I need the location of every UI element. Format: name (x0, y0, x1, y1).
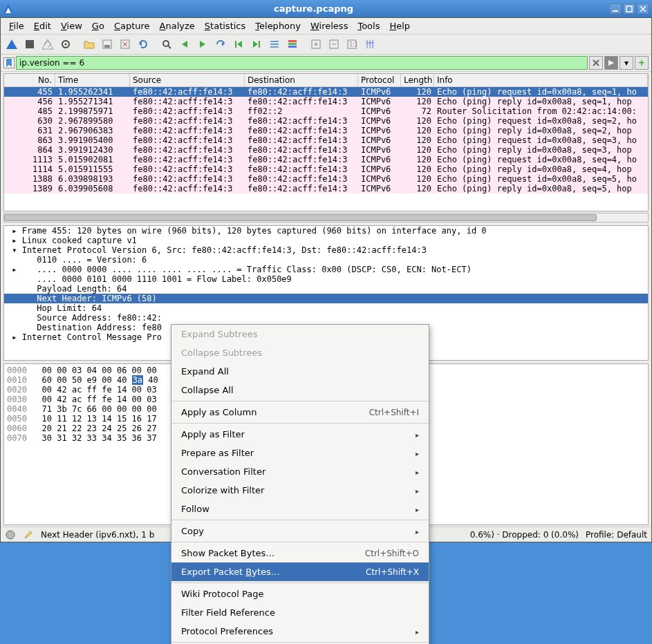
packet-row[interactable]: 13886.039898193fe80::42:acff:fe14:3fe80:… (4, 174, 648, 184)
menu-help[interactable]: Help (385, 19, 414, 32)
menu-capture[interactable]: Capture (110, 19, 154, 32)
go-forward-button[interactable] (194, 36, 211, 53)
go-back-button[interactable] (176, 36, 193, 53)
packet-row[interactable]: 8643.991912430fe80::42:acff:fe14:3fe80::… (4, 145, 648, 155)
menu-edit[interactable]: Edit (30, 19, 55, 32)
packet-list-hscrollbar[interactable] (3, 213, 649, 222)
stop-capture-button[interactable] (21, 36, 38, 53)
menu-analyze[interactable]: Analyze (156, 19, 199, 32)
packet-row[interactable]: 6312.967906383fe80::42:acff:fe14:3fe80::… (4, 126, 648, 135)
menu-view[interactable]: View (57, 19, 86, 32)
window-maximize-button[interactable] (623, 3, 635, 15)
menu-file[interactable]: File (5, 19, 28, 32)
packet-row[interactable]: 13896.039905608fe80::42:acff:fe14:3fe80:… (4, 184, 648, 193)
reload-file-button[interactable] (135, 36, 151, 53)
col-source[interactable]: Source (130, 74, 245, 86)
filter-history-button[interactable]: ▾ (620, 56, 633, 70)
go-last-button[interactable] (248, 36, 265, 53)
svg-marker-23 (237, 41, 242, 48)
edit-capture-comment-button[interactable] (23, 529, 34, 540)
packet-row[interactable]: 8633.991905400fe80::42:acff:fe14:3fe80::… (4, 135, 648, 145)
display-filter-input[interactable] (16, 56, 588, 70)
detail-row[interactable]: ▸ .... 0000 0000 .... .... .... .... ...… (4, 265, 648, 274)
open-file-button[interactable] (81, 36, 97, 53)
detail-row[interactable]: Next Header: ICMPv6 (58) (4, 294, 648, 303)
svg-point-46 (6, 531, 15, 539)
detail-row[interactable]: Source Address: fe80::42: (4, 313, 648, 323)
col-length[interactable]: Length (401, 74, 434, 86)
go-first-button[interactable] (230, 36, 247, 53)
detail-row[interactable]: 0110 .... = Version: 6 (4, 255, 648, 265)
packet-list[interactable]: No. Time Source Destination Protocol Len… (3, 73, 649, 211)
auto-scroll-button[interactable] (266, 36, 283, 53)
menu-item-apply-as-filter[interactable]: Apply as Filter (171, 425, 429, 444)
menu-statistics[interactable]: Statistics (201, 19, 250, 32)
status-profile[interactable]: Profile: Default (586, 530, 647, 540)
svg-line-18 (168, 46, 171, 48)
col-time[interactable]: Time (55, 74, 130, 86)
menu-item-filter-field-reference[interactable]: Filter Field Reference (171, 603, 429, 622)
packet-row[interactable]: 4561.955271341fe80::42:acff:fe14:3fe80::… (4, 97, 648, 106)
zoom-out-button[interactable] (326, 36, 342, 53)
menu-item-copy[interactable]: Copy (171, 522, 429, 540)
menu-item-collapse-subtrees: Collapse Subtrees (171, 343, 429, 362)
resize-columns-button[interactable] (362, 36, 378, 53)
go-to-packet-button[interactable] (212, 36, 229, 53)
filter-bookmark-button[interactable] (3, 57, 15, 68)
menu-item-wiki-protocol-page[interactable]: Wiki Protocol Page (171, 585, 429, 603)
packet-row[interactable]: 6302.967899580fe80::42:acff:fe14:3fe80::… (4, 116, 648, 126)
close-file-button[interactable] (117, 36, 133, 53)
col-destination[interactable]: Destination (245, 74, 358, 86)
detail-row[interactable]: ▸ Frame 455: 120 bytes on wire (960 bits… (4, 226, 648, 236)
packet-row[interactable]: 11135.015902081fe80::42:acff:fe14:3fe80:… (4, 155, 648, 164)
menu-item-collapse-all[interactable]: Collapse All (171, 381, 429, 399)
find-packet-button[interactable] (158, 36, 175, 53)
svg-rect-26 (270, 41, 279, 42)
context-menu[interactable]: Expand SubtreesCollapse SubtreesExpand A… (171, 324, 429, 644)
filter-clear-button[interactable] (589, 56, 603, 70)
window-minimize-button[interactable] (609, 3, 622, 15)
col-info[interactable]: Info (434, 74, 648, 86)
menu-item-apply-as-column[interactable]: Apply as ColumnCtrl+Shift+I (171, 403, 429, 422)
detail-row[interactable]: Payload Length: 64 (4, 284, 648, 294)
expert-info-button[interactable] (5, 529, 16, 540)
col-no[interactable]: No. (4, 74, 55, 86)
zoom-reset-button[interactable]: 1:1 (344, 36, 360, 53)
svg-rect-2 (613, 10, 618, 12)
colorize-button[interactable] (284, 36, 301, 53)
menu-tools[interactable]: Tools (353, 19, 384, 32)
menu-item-follow[interactable]: Follow (171, 500, 429, 518)
packet-row[interactable]: 4551.955262341fe80::42:acff:fe14:3fe80::… (4, 87, 648, 97)
filter-apply-button[interactable] (604, 56, 618, 70)
packet-list-header[interactable]: No. Time Source Destination Protocol Len… (4, 74, 648, 87)
menu-telephony[interactable]: Telephony (251, 19, 305, 32)
svg-rect-7 (26, 40, 34, 48)
detail-row[interactable]: .... 0000 0101 0000 1110 1001 = Flow Lab… (4, 274, 648, 284)
packet-row[interactable]: 4852.199875971fe80::42:acff:fe14:3ff02::… (4, 106, 648, 116)
menu-separator (171, 642, 429, 643)
menu-item-conversation-filter[interactable]: Conversation Filter (171, 462, 429, 481)
svg-rect-22 (235, 41, 236, 48)
scrollbar-thumb[interactable] (4, 214, 597, 221)
menu-go[interactable]: Go (88, 19, 109, 32)
menu-wireless[interactable]: Wireless (306, 19, 352, 32)
filter-add-button[interactable]: + (635, 56, 649, 70)
menu-item-colorize-with-filter[interactable]: Colorize with Filter (171, 481, 429, 500)
window-titlebar: capture.pcapng (0, 0, 652, 17)
capture-options-button[interactable] (57, 36, 74, 53)
window-close-button[interactable] (637, 3, 649, 15)
detail-row[interactable]: Hop Limit: 64 (4, 303, 648, 313)
detail-row[interactable]: ▾ Internet Protocol Version 6, Src: fe80… (4, 245, 648, 255)
save-file-button[interactable] (99, 36, 115, 53)
menu-item-expand-all[interactable]: Expand All (171, 362, 429, 381)
menu-item-show-packet-bytes[interactable]: Show Packet Bytes…Ctrl+Shift+O (171, 544, 429, 562)
packet-row[interactable]: 11145.015911555fe80::42:acff:fe14:3fe80:… (4, 164, 648, 174)
restart-capture-button[interactable] (39, 36, 56, 53)
menu-item-protocol-preferences[interactable]: Protocol Preferences (171, 622, 429, 641)
detail-row[interactable]: ▸ Linux cooked capture v1 (4, 236, 648, 245)
col-protocol[interactable]: Protocol (358, 74, 401, 86)
start-capture-button[interactable] (3, 36, 20, 53)
menu-item-prepare-as-filter[interactable]: Prepare as Filter (171, 444, 429, 462)
zoom-in-button[interactable] (308, 36, 324, 53)
menu-item-export-packet-bytes[interactable]: Export Packet Bytes…Ctrl+Shift+X (171, 562, 429, 581)
